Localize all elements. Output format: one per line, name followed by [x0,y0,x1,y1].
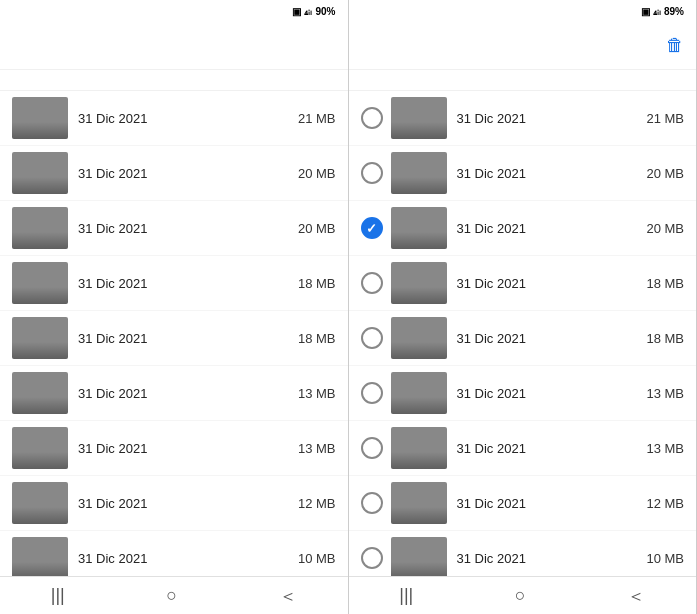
thumbnail [12,207,68,249]
list-item[interactable]: 31 Dic 2021 10 MB [0,531,348,576]
list-item[interactable]: 31 Dic 2021 18 MB [0,256,348,311]
item-info: 31 Dic 2021 [457,549,645,567]
item-size: 20 MB [296,221,336,236]
item-date: 31 Dic 2021 [457,111,526,126]
list-item-selectable[interactable]: 31 Dic 2021 18 MB [349,256,697,311]
item-info: 31 Dic 2021 [457,494,645,512]
radio-button[interactable] [361,107,383,129]
item-date: 31 Dic 2021 [78,496,147,511]
thumbnail [12,97,68,139]
thumbnail [12,427,68,469]
item-size: 13 MB [644,386,684,401]
thumbnail [391,372,447,414]
item-info: 31 Dic 2021 [457,109,645,127]
app-bar-left [0,22,348,70]
item-size: 20 MB [644,221,684,236]
left-screen: ▣ ₄ᵢₗ 90% 31 Dic 2021 21 MB 31 Dic 2021 … [0,0,349,614]
item-info: 31 Dic 2021 [457,219,645,237]
list-item-selectable[interactable]: 31 Dic 2021 21 MB [349,91,697,146]
list-item[interactable]: 31 Dic 2021 12 MB [0,476,348,531]
radio-button[interactable] [361,382,383,404]
thumbnail [391,537,447,576]
item-info: 31 Dic 2021 [78,494,296,512]
description-left [0,70,348,91]
photo-list-right: 31 Dic 2021 21 MB 31 Dic 2021 20 MB 31 D… [349,91,697,576]
item-date: 31 Dic 2021 [457,221,526,236]
list-item-selectable[interactable]: 31 Dic 2021 13 MB [349,421,697,476]
battery-icon: 90% [315,6,335,17]
thumbnail [391,482,447,524]
delete-button[interactable]: 🗑 [666,35,684,56]
right-screen: ▣ ₄ᵢₗ 89% 🗑 31 Dic 2021 21 MB 31 Dic 202… [349,0,698,614]
thumbnail [391,152,447,194]
item-date: 31 Dic 2021 [78,111,147,126]
nav-back-icon-r[interactable]: ＜ [627,584,645,608]
item-date: 31 Dic 2021 [78,276,147,291]
item-size: 13 MB [644,441,684,456]
nav-home-icon[interactable]: ○ [166,585,177,606]
item-date: 31 Dic 2021 [78,331,147,346]
nav-bar-left: ||| ○ ＜ [0,576,348,614]
list-item-selectable[interactable]: 31 Dic 2021 13 MB [349,366,697,421]
list-item[interactable]: 31 Dic 2021 20 MB [0,201,348,256]
item-info: 31 Dic 2021 [78,219,296,237]
status-icons-left: ▣ ₄ᵢₗ 90% [292,6,335,17]
thumbnail [391,207,447,249]
item-size: 12 MB [296,496,336,511]
battery-icon-r: 89% [664,6,684,17]
wifi-icon-r: ₄ᵢₗ [653,6,661,17]
item-size: 13 MB [296,441,336,456]
nav-menu-icon[interactable]: ||| [51,585,65,606]
thumbnail [12,482,68,524]
item-date: 31 Dic 2021 [457,551,526,566]
item-info: 31 Dic 2021 [78,439,296,457]
item-size: 10 MB [296,551,336,566]
signal-icon-r: ▣ [641,6,650,17]
list-item-selectable[interactable]: 31 Dic 2021 12 MB [349,476,697,531]
item-date: 31 Dic 2021 [457,496,526,511]
item-info: 31 Dic 2021 [457,274,645,292]
nav-bar-right: ||| ○ ＜ [349,576,697,614]
status-icons-right: ▣ ₄ᵢₗ 89% [641,6,684,17]
radio-button[interactable] [361,437,383,459]
radio-button[interactable] [361,272,383,294]
item-size: 18 MB [296,276,336,291]
radio-button[interactable] [361,327,383,349]
list-item-selectable[interactable]: 31 Dic 2021 20 MB [349,201,697,256]
list-item-selectable[interactable]: 31 Dic 2021 18 MB [349,311,697,366]
list-item-selectable[interactable]: 31 Dic 2021 20 MB [349,146,697,201]
item-info: 31 Dic 2021 [457,164,645,182]
nav-home-icon-r[interactable]: ○ [515,585,526,606]
list-item[interactable]: 31 Dic 2021 13 MB [0,366,348,421]
item-info: 31 Dic 2021 [78,329,296,347]
nav-back-icon[interactable]: ＜ [279,584,297,608]
item-info: 31 Dic 2021 [78,109,296,127]
nav-menu-icon-r[interactable]: ||| [399,585,413,606]
list-item[interactable]: 31 Dic 2021 20 MB [0,146,348,201]
thumbnail [12,372,68,414]
description-right [349,70,697,91]
item-info: 31 Dic 2021 [78,274,296,292]
item-size: 20 MB [296,166,336,181]
radio-button[interactable] [361,217,383,239]
thumbnail [12,537,68,576]
radio-button[interactable] [361,492,383,514]
radio-button[interactable] [361,547,383,569]
list-item[interactable]: 31 Dic 2021 18 MB [0,311,348,366]
item-info: 31 Dic 2021 [457,384,645,402]
photo-list-left: 31 Dic 2021 21 MB 31 Dic 2021 20 MB 31 D… [0,91,348,576]
item-size: 18 MB [644,331,684,346]
list-item[interactable]: 31 Dic 2021 21 MB [0,91,348,146]
list-item-selectable[interactable]: 31 Dic 2021 10 MB [349,531,697,576]
radio-button[interactable] [361,162,383,184]
item-info: 31 Dic 2021 [78,384,296,402]
item-date: 31 Dic 2021 [78,166,147,181]
item-date: 31 Dic 2021 [457,386,526,401]
thumbnail [391,317,447,359]
item-size: 10 MB [644,551,684,566]
thumbnail [391,427,447,469]
list-item[interactable]: 31 Dic 2021 13 MB [0,421,348,476]
item-info: 31 Dic 2021 [78,549,296,567]
item-date: 31 Dic 2021 [78,441,147,456]
status-bar-left: ▣ ₄ᵢₗ 90% [0,0,348,22]
